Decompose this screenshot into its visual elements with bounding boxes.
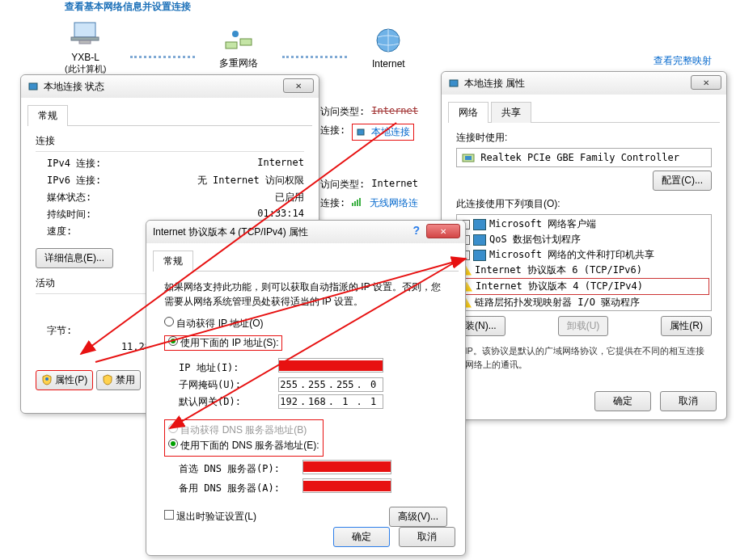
list-item-label: Internet 协议版本 6 (TCP/IPv6): [475, 263, 642, 277]
help-icon[interactable]: ?: [412, 224, 420, 238]
ok-button[interactable]: 确定: [333, 527, 390, 547]
svg-point-5: [232, 31, 239, 37]
description-text: P/IP。该协议是默认的广域网络协议，它提供在不同的相互连接的网络上的通讯。: [456, 344, 712, 371]
svg-rect-7: [357, 129, 364, 135]
ipv4-label: IPv4 连接:: [47, 157, 101, 171]
close-button[interactable]: ✕: [283, 78, 314, 93]
svg-rect-10: [357, 200, 358, 206]
ipv6-value: 无 Internet 访问权限: [197, 174, 304, 187]
ipv6-label: IPv6 连接:: [47, 174, 101, 187]
local-connection-link[interactable]: 本地连接: [371, 126, 410, 137]
validate-label: 退出时验证设置(L): [176, 511, 256, 522]
ipv4-value: Internet: [257, 157, 304, 171]
items-label: 此连接使用下列项目(O):: [456, 197, 712, 211]
ok-button[interactable]: 确定: [594, 391, 651, 411]
manual-dns-label: 使用下面的 DNS 服务器地址(E):: [180, 440, 319, 451]
list-item[interactable]: 链路层拓扑发现响应程序: [459, 310, 709, 311]
connection-line: [130, 52, 195, 58]
client-icon: [473, 234, 486, 246]
svg-rect-14: [450, 80, 458, 86]
adapter-name: Realtek PCIe GBE Family Controller: [480, 152, 679, 163]
auto-ip-radio[interactable]: [164, 317, 174, 326]
ipv4-window: Internet 协议版本 4 (TCP/IPv4) 属性 ? ✕ 常规 如果网…: [146, 220, 466, 556]
close-button[interactable]: ✕: [426, 224, 460, 238]
shield-icon: [41, 374, 53, 385]
client-icon: [473, 250, 486, 261]
svg-rect-3: [226, 42, 237, 48]
cancel-button[interactable]: 取消: [399, 527, 455, 547]
gateway-label: 默认网关(D):: [179, 395, 276, 409]
window-title: Internet 协议版本 4 (TCP/IPv4) 属性: [153, 225, 308, 239]
ethernet-icon: [27, 81, 39, 92]
view-full-map-link[interactable]: 查看完整映射: [654, 54, 712, 68]
wireless-connection-link[interactable]: 无线网络连: [370, 196, 418, 210]
page-header: 查看基本网络信息并设置连接: [65, 0, 712, 14]
node-multi-network: 多重网络: [219, 23, 258, 70]
details-button[interactable]: 详细信息(E)...: [36, 248, 113, 268]
svg-rect-4: [240, 39, 252, 45]
window-title: 本地连接 属性: [464, 77, 525, 91]
list-item[interactable]: Microsoft 网络的文件和打印机共享: [459, 247, 709, 263]
computer-icon: [70, 19, 102, 48]
shield-icon: [102, 374, 113, 385]
tab-network[interactable]: 网络: [448, 102, 489, 123]
list-item-label: Microsoft 网络的文件和打印机共享: [489, 248, 654, 262]
svg-rect-2: [79, 40, 91, 44]
configure-button[interactable]: 配置(C)...: [653, 171, 712, 191]
disable-button[interactable]: 禁用: [96, 370, 141, 390]
svg-rect-1: [71, 37, 99, 40]
auto-dns-label: 自动获得 DNS 服务器地址(B): [180, 424, 307, 436]
connection-label: 连接:: [320, 124, 345, 141]
list-item-label: Internet 协议版本 4 (TCP/IPv4): [476, 280, 643, 293]
auto-ip-label: 自动获得 IP 地址(O): [176, 318, 263, 329]
tab-general[interactable]: 常规: [27, 105, 68, 126]
node-internet: Internet: [371, 24, 405, 69]
client-icon: [473, 219, 486, 230]
properties-button[interactable]: 属性(P): [36, 370, 93, 390]
svg-rect-12: [29, 83, 37, 90]
list-item[interactable]: Internet 协议版本 6 (TCP/IPv6): [459, 263, 709, 278]
subnet-input[interactable]: 255.255.255.0: [278, 377, 383, 392]
list-item-label: Microsoft 网络客户端: [489, 217, 596, 231]
svg-rect-9: [354, 201, 356, 206]
connection-line: [282, 52, 347, 58]
svg-point-13: [45, 377, 49, 381]
uninstall-button: 卸载(U): [558, 316, 609, 336]
manual-dns-radio[interactable]: [168, 439, 178, 448]
cancel-button[interactable]: 取消: [660, 391, 717, 411]
primary-dns-input[interactable]: [302, 460, 391, 474]
list-item[interactable]: Internet 协议版本 4 (TCP/IPv4): [459, 278, 709, 295]
window-title: 本地连接 状态: [44, 80, 104, 94]
subnet-label: 子网掩码(U):: [179, 378, 276, 392]
advanced-button[interactable]: 高级(V)...: [389, 507, 447, 527]
list-item-label: QoS 数据包计划程序: [489, 233, 581, 246]
gateway-input[interactable]: 192.168.1.1: [278, 394, 383, 409]
connection-label: 连接:: [320, 196, 345, 210]
items-listbox[interactable]: Microsoft 网络客户端QoS 数据包计划程序Microsoft 网络的文…: [456, 214, 712, 311]
access-type-value: Internet: [371, 178, 418, 192]
auto-dns-radio: [168, 423, 178, 433]
access-type-label: 访问类型:: [320, 178, 365, 192]
manual-ip-radio[interactable]: [168, 336, 178, 346]
section-connection: 连接: [36, 134, 304, 152]
ethernet-icon: [448, 78, 459, 89]
media-label: 媒体状态:: [47, 191, 91, 204]
alt-dns-label: 备用 DNS 服务器(A):: [179, 482, 300, 495]
item-properties-button[interactable]: 属性(R): [661, 316, 712, 336]
network-icon: [222, 24, 255, 53]
globe-icon: [374, 26, 403, 55]
list-item[interactable]: QoS 数据包计划程序: [459, 232, 709, 247]
manual-ip-label: 使用下面的 IP 地址(S):: [180, 337, 278, 348]
alt-dns-input[interactable]: [302, 478, 391, 493]
tab-sharing[interactable]: 共享: [491, 102, 531, 123]
list-item[interactable]: 链路层拓扑发现映射器 I/O 驱动程序: [459, 295, 709, 310]
access-type-value: Internet: [371, 105, 418, 119]
ipv4-description: 如果网络支持此功能，则可以获取自动指派的 IP 设置。否则，您需要从网络系统管理…: [164, 280, 447, 309]
validate-checkbox[interactable]: [164, 510, 174, 520]
list-item[interactable]: Microsoft 网络客户端: [459, 217, 709, 232]
access-type-label: 访问类型:: [320, 105, 365, 119]
node-this-pc: YXB-L (此计算机): [65, 18, 106, 75]
tab-general[interactable]: 常规: [153, 251, 193, 272]
close-button[interactable]: ✕: [691, 75, 721, 90]
ip-address-input[interactable]: [278, 358, 383, 373]
